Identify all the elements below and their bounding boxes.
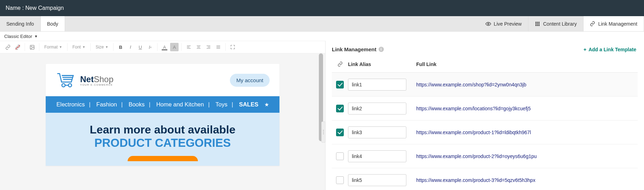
align-right-button[interactable] <box>204 43 213 51</box>
svg-rect-1 <box>535 22 536 23</box>
rich-text-toolbar: Format▼ Font▼ Size▼ B I U Ix A A <box>0 41 325 53</box>
alias-input[interactable] <box>348 174 406 186</box>
svg-point-12 <box>31 46 32 47</box>
link-icon <box>337 61 343 67</box>
editor-mode-row: Classic Editor ▼ <box>0 32 644 41</box>
row-checkbox[interactable] <box>336 152 344 160</box>
campaign-title: Name : New Campaign <box>6 5 64 11</box>
links-table: Link Alias Full Link https://www.example… <box>326 56 644 190</box>
app-header: Name : New Campaign <box>0 0 644 16</box>
svg-rect-9 <box>539 25 540 26</box>
brand-logo[interactable]: NetShop Your E-Commerce <box>56 72 114 89</box>
align-justify-button[interactable] <box>214 43 223 51</box>
pane-resize-handle[interactable] <box>321 122 326 143</box>
hero-line2: PRODUCT CATEGORIES <box>53 136 272 150</box>
alias-input[interactable] <box>348 150 406 162</box>
link-tool-icon[interactable] <box>4 43 12 51</box>
category-nav: Electronics| Fashion| Books| Home and Ki… <box>46 96 279 113</box>
info-icon[interactable]: i <box>379 47 384 52</box>
svg-rect-8 <box>537 25 538 26</box>
alias-input[interactable] <box>348 103 406 114</box>
nav-books[interactable]: Books <box>127 101 147 107</box>
nav-home-kitchen[interactable]: Home and Kitchen <box>154 101 206 107</box>
svg-point-26 <box>68 84 71 87</box>
eye-icon <box>485 21 491 27</box>
alias-input[interactable] <box>348 79 406 91</box>
svg-rect-3 <box>539 22 540 23</box>
nav-electronics[interactable]: Electronics <box>54 101 87 107</box>
align-center-button[interactable] <box>194 43 203 51</box>
brand-tagline: Your E-Commerce <box>80 84 114 86</box>
grid-icon <box>535 21 540 27</box>
link-management-panel: Link Management i + Add a Link Template … <box>326 41 644 190</box>
clear-format-button[interactable]: Ix <box>146 43 154 51</box>
full-link[interactable]: https://www.example.com/product-3?lid=5q… <box>416 177 535 183</box>
format-dropdown[interactable]: Format▼ <box>42 43 64 51</box>
font-dropdown[interactable]: Font▼ <box>70 43 88 51</box>
row-checkbox[interactable] <box>336 176 344 184</box>
full-link[interactable]: https://www.example.com/shop?lid=2ynw0n4… <box>416 82 526 87</box>
table-row: https://www.example.com/product-3?lid=5q… <box>332 168 638 190</box>
table-row: https://www.example.com/product-2?lid=oy… <box>332 144 638 168</box>
link-icon <box>590 21 595 27</box>
tab-bar: Sending Info Body Live Preview Content L… <box>0 16 644 32</box>
table-row: https://www.example.com/shop?lid=2ynw0n4… <box>332 73 638 97</box>
panel-title: Link Management i <box>332 46 384 52</box>
hero-cta-button[interactable] <box>128 156 198 161</box>
nav-sales[interactable]: SALES <box>237 101 260 107</box>
table-row: https://www.example.com/product-1?lid=ld… <box>332 120 638 144</box>
table-header: Link Alias Full Link <box>332 56 638 73</box>
tab-body[interactable]: Body <box>41 16 65 31</box>
star-icon: ★ <box>262 101 271 107</box>
email-preview: NetShop Your E-Commerce My account Elect… <box>46 64 279 166</box>
svg-rect-4 <box>535 23 536 24</box>
col-full-link: Full Link <box>415 61 638 67</box>
row-checkbox[interactable] <box>336 129 344 136</box>
tab-sending-info[interactable]: Sending Info <box>0 16 41 31</box>
row-checkbox[interactable] <box>336 105 344 112</box>
svg-rect-7 <box>535 25 536 26</box>
svg-rect-2 <box>537 22 538 23</box>
italic-button[interactable]: I <box>126 43 135 51</box>
tab-content-library[interactable]: Content Library <box>528 16 584 31</box>
plus-icon: + <box>584 47 586 52</box>
row-checkbox[interactable] <box>336 81 344 89</box>
hero-line1: Learn more about available <box>53 123 272 136</box>
unlink-tool-icon[interactable] <box>13 43 22 51</box>
hero-block: Learn more about available PRODUCT CATEG… <box>46 113 279 166</box>
underline-button[interactable]: U <box>136 43 144 51</box>
tab-link-management[interactable]: Link Management <box>584 16 644 31</box>
my-account-button[interactable]: My account <box>230 74 270 87</box>
fullscreen-button[interactable] <box>228 43 237 51</box>
full-link[interactable]: https://www.example.com/locations?lid=go… <box>416 106 531 111</box>
editor-pane: Format▼ Font▼ Size▼ B I U Ix A A <box>0 41 326 190</box>
svg-rect-5 <box>537 23 538 24</box>
tab-live-preview[interactable]: Live Preview <box>479 16 528 31</box>
bg-color-button[interactable]: A <box>170 43 179 51</box>
svg-rect-6 <box>539 23 540 24</box>
size-dropdown[interactable]: Size▼ <box>94 43 110 51</box>
image-tool-icon[interactable] <box>28 43 36 51</box>
bold-button[interactable]: B <box>116 43 125 51</box>
full-link[interactable]: https://www.example.com/product-1?lid=ld… <box>416 130 531 135</box>
add-link-template-button[interactable]: + Add a Link Template <box>584 47 636 52</box>
align-left-button[interactable] <box>185 43 193 51</box>
nav-fashion[interactable]: Fashion <box>94 101 119 107</box>
text-color-button[interactable]: A <box>160 43 169 51</box>
col-link-alias: Link Alias <box>348 61 415 67</box>
table-row: https://www.example.com/locations?lid=go… <box>332 97 638 120</box>
nav-toys[interactable]: Toys <box>213 101 230 107</box>
chevron-down-icon: ▼ <box>34 34 38 38</box>
editor-mode-dropdown[interactable]: Classic Editor ▼ <box>4 34 38 39</box>
svg-point-0 <box>488 23 489 25</box>
alias-input[interactable] <box>348 126 406 138</box>
cart-icon <box>56 72 77 89</box>
full-link[interactable]: https://www.example.com/product-2?lid=oy… <box>416 153 537 159</box>
